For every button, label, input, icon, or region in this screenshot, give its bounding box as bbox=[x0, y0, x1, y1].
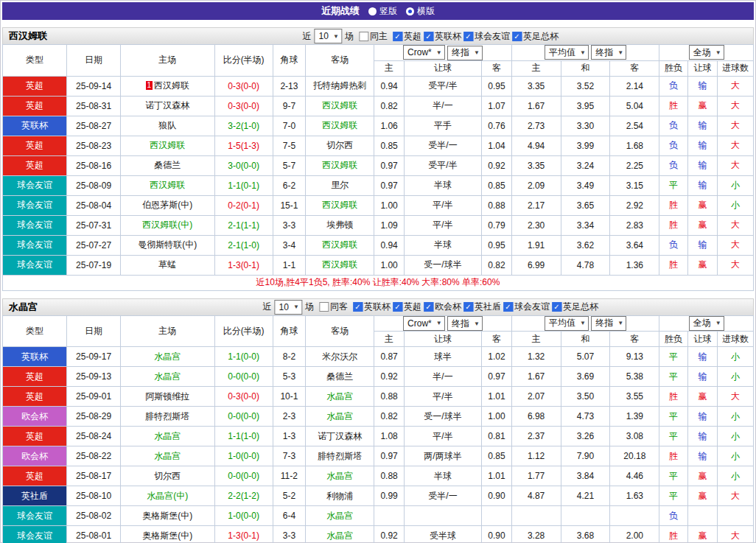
handicap-result-cell: 赢 bbox=[687, 255, 718, 275]
league-filter[interactable]: ✓英超 bbox=[393, 30, 421, 43]
corner-cell: 7-3 bbox=[273, 446, 306, 466]
away-team-cell: 水晶宫 bbox=[306, 466, 374, 486]
away-team-name: 托特纳姆热刺 bbox=[313, 80, 366, 91]
checkbox-checked-icon: ✓ bbox=[393, 32, 402, 41]
league-badge: 英超 bbox=[3, 155, 67, 175]
score-cell: 0-3(0-0) bbox=[214, 387, 273, 407]
result-cell: 胜 bbox=[659, 96, 687, 116]
chevron-down-icon: ▼ bbox=[715, 320, 721, 326]
league-filter[interactable]: ✓欧会杯 bbox=[424, 301, 461, 313]
checkbox-checked-icon: ✓ bbox=[393, 302, 402, 312]
away-team-name: 西汉姆联 bbox=[322, 200, 357, 210]
match-date: 25-08-22 bbox=[67, 446, 121, 466]
games-label: 场 bbox=[345, 30, 354, 43]
crown-odds-group: Crow*▼ 终指▼ bbox=[374, 315, 511, 332]
handicap-result-cell: 输 bbox=[687, 136, 718, 155]
crown-away-odds: 0.97 bbox=[482, 367, 512, 387]
goals-result-cell: 大 bbox=[718, 96, 754, 116]
filter-bar: 近 10▼ 场 同客 ✓英联杯✓英超✓欧会杯✓英社盾✓球会友谊✓英足总杯 bbox=[263, 300, 598, 315]
layout-radio-horizontal[interactable]: 横版 bbox=[406, 5, 435, 18]
avg-select[interactable]: 平均值▼ bbox=[545, 45, 589, 60]
away-team-name: 水晶宫 bbox=[326, 411, 353, 421]
match-row: 球会友谊25-08-01奥格斯堡(中)1-3(0-1)3-3水晶宫0.92受半球… bbox=[3, 526, 754, 543]
league-filter[interactable]: ✓英联杯 bbox=[424, 30, 461, 43]
away-team-name: 西汉姆联 bbox=[322, 160, 357, 170]
league-filter[interactable]: ✓英联杯 bbox=[353, 301, 391, 313]
league-filter[interactable]: ✓英足总杯 bbox=[512, 30, 559, 43]
odds-source-select[interactable]: Crow*▼ bbox=[403, 316, 445, 331]
league-filter[interactable]: ✓球会友谊 bbox=[503, 301, 550, 313]
avg-away-odds: 2.00 bbox=[610, 526, 659, 543]
away-team-cell: 水晶宫 bbox=[306, 506, 374, 526]
handicap-result-cell: 输 bbox=[687, 427, 718, 446]
col-handicap-result: 让球 bbox=[687, 332, 718, 347]
avg-draw-odds: 3.34 bbox=[561, 215, 610, 235]
odds-stage-select[interactable]: 终指▼ bbox=[447, 316, 483, 331]
same-venue-filter[interactable]: 同主 bbox=[359, 30, 388, 43]
avg-home-odds: 2.30 bbox=[511, 215, 561, 235]
home-team-cell: 西汉姆联(中) bbox=[121, 215, 215, 235]
league-filter[interactable]: ✓英超 bbox=[393, 301, 421, 313]
league-filter[interactable]: ✓球会友谊 bbox=[463, 30, 510, 43]
handicap-result-cell: 赢 bbox=[687, 526, 718, 543]
away-team-name: 水晶宫 bbox=[326, 530, 353, 541]
avg-away-odds: 3.15 bbox=[610, 175, 659, 195]
match-row: 英超25-08-24水晶宫1-1(1-0)1-3诺丁汉森林1.08平/半0.81… bbox=[3, 427, 754, 446]
scope-select[interactable]: 全场▼ bbox=[689, 316, 724, 331]
league-badge: 英联杯 bbox=[3, 347, 67, 367]
avg-draw-odds: 3.26 bbox=[561, 427, 610, 446]
handicap-line: 半/一 bbox=[404, 367, 481, 387]
avg-select[interactable]: 平均值▼ bbox=[545, 316, 589, 331]
odds-stage-select[interactable]: 终指▼ bbox=[447, 46, 483, 60]
home-team-name: 伯恩茅斯(中) bbox=[142, 200, 192, 210]
col-corner: 角球 bbox=[273, 315, 306, 347]
league-filter-label: 英社盾 bbox=[475, 301, 501, 313]
section-header: 西汉姆联 近 10▼ 场 同主 ✓英超✓英联杯✓球会友谊✓英足总杯 bbox=[2, 27, 754, 44]
checkbox-checked-icon: ✓ bbox=[512, 32, 522, 41]
home-team-cell: 水晶宫(中) bbox=[121, 486, 215, 506]
avg-stage-select[interactable]: 终指▼ bbox=[591, 45, 626, 60]
crown-home-odds: 0.92 bbox=[374, 367, 405, 387]
score-cell: 1-1(0-1) bbox=[214, 175, 273, 195]
goals-result-cell: 小 bbox=[718, 175, 754, 195]
handicap-line: 受平/半 bbox=[404, 155, 481, 175]
away-team-name: 腓特烈斯塔 bbox=[318, 451, 362, 461]
crown-home-odds: 0.88 bbox=[374, 387, 405, 407]
layout-radio-vertical[interactable]: 竖版 bbox=[368, 5, 397, 18]
crown-home-odds: 0.97 bbox=[374, 175, 405, 195]
handicap-result-cell: 输 bbox=[687, 407, 718, 427]
radio-icon-vertical bbox=[368, 7, 377, 15]
handicap-line: 半球 bbox=[404, 175, 481, 195]
corner-cell: 5-2 bbox=[273, 486, 306, 506]
match-date: 25-08-10 bbox=[67, 486, 121, 506]
league-filter[interactable]: ✓英足总杯 bbox=[552, 301, 598, 313]
handicap-line: 平/半 bbox=[404, 387, 481, 407]
col-score: 比分(半场) bbox=[214, 45, 273, 77]
corner-cell: 1-3 bbox=[273, 427, 306, 446]
avg-home-odds: 2.07 bbox=[511, 387, 561, 407]
section-title: 西汉姆联 bbox=[3, 29, 47, 43]
scope-select[interactable]: 全场▼ bbox=[689, 45, 724, 60]
corner-cell: 11-2 bbox=[273, 466, 306, 486]
match-count-select[interactable]: 10▼ bbox=[275, 300, 302, 315]
score-cell: 1-3(0-1) bbox=[214, 526, 273, 543]
result-cell: 负 bbox=[659, 136, 687, 155]
same-venue-filter[interactable]: 同客 bbox=[319, 301, 348, 313]
avg-stage-select[interactable]: 终指▼ bbox=[591, 316, 626, 331]
league-filter[interactable]: ✓英社盾 bbox=[463, 301, 501, 313]
avg-away-odds: 5.04 bbox=[610, 96, 659, 116]
score-cell: 0-2(0-1) bbox=[214, 195, 273, 215]
league-badge: 球会友谊 bbox=[3, 215, 67, 235]
match-count-select[interactable]: 10▼ bbox=[315, 29, 342, 43]
goals-result-cell: 小 bbox=[718, 407, 754, 427]
home-team-name: 奥格斯堡(中) bbox=[142, 530, 192, 541]
league-filter-label: 英足总杯 bbox=[523, 30, 559, 43]
crown-home-odds: 0.88 bbox=[374, 466, 405, 486]
away-team-name: 桑德兰 bbox=[326, 371, 353, 382]
home-team-cell: 水晶宫 bbox=[121, 427, 215, 446]
home-team-cell: 诺丁汉森林 bbox=[121, 96, 215, 116]
odds-source-select[interactable]: Crow*▼ bbox=[403, 45, 445, 60]
match-date: 25-08-29 bbox=[67, 407, 121, 427]
corner-cell: 1-1 bbox=[273, 255, 306, 275]
avg-away-odds: 2.92 bbox=[610, 195, 659, 215]
